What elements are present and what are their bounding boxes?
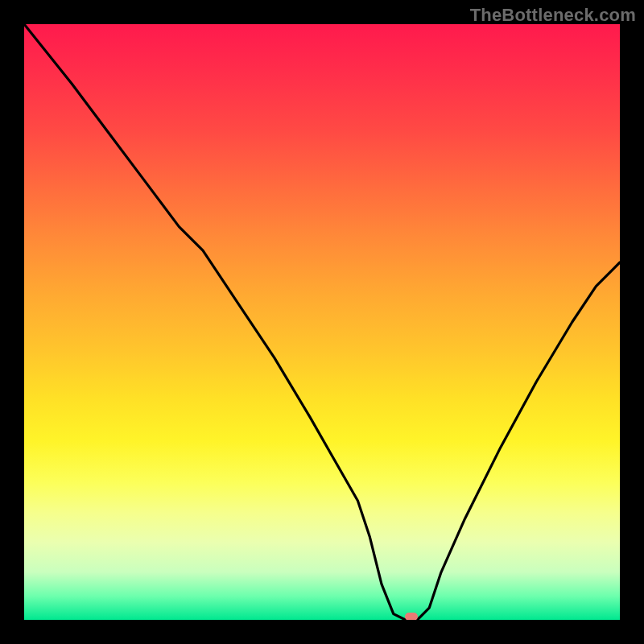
optimal-point-marker bbox=[405, 613, 418, 620]
bottleneck-curve bbox=[24, 24, 620, 620]
chart-frame: TheBottleneck.com bbox=[0, 0, 644, 644]
plot-area bbox=[24, 24, 620, 620]
watermark-text: TheBottleneck.com bbox=[470, 5, 636, 26]
